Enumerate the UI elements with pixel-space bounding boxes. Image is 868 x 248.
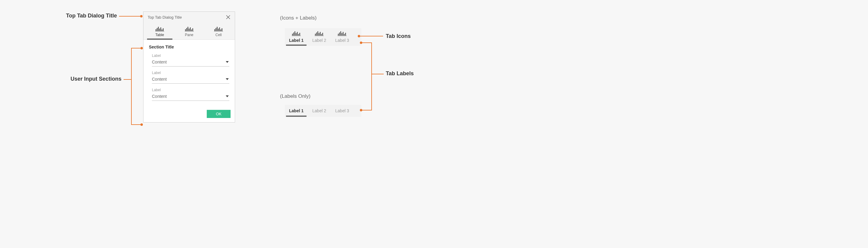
svg-rect-50: [341, 33, 342, 36]
demo-tabs-labels-only: Label 1 Label 2 Label 3: [285, 105, 361, 117]
field-row: Label Content: [152, 88, 229, 101]
svg-rect-28: [220, 30, 221, 31]
svg-rect-25: [217, 27, 218, 31]
svg-rect-37: [299, 33, 300, 36]
svg-rect-52: [344, 34, 345, 36]
svg-rect-26: [218, 29, 219, 31]
svg-rect-7: [156, 29, 156, 31]
demo-tab-label: Label 1: [289, 38, 304, 43]
svg-rect-42: [318, 33, 319, 36]
dropdown-input[interactable]: Content: [152, 59, 229, 67]
demo-tab-label: Label 1: [289, 108, 304, 113]
field-value: Content: [152, 77, 167, 81]
chevron-down-icon: [226, 96, 229, 97]
svg-rect-21: [192, 28, 193, 31]
bars-icon: [176, 26, 203, 32]
chevron-down-icon: [226, 78, 229, 80]
svg-rect-32: [293, 33, 294, 36]
dialog-tabs: Table Pane: [144, 23, 235, 40]
demo-tab-label: Label 3: [335, 108, 349, 113]
svg-rect-49: [340, 31, 341, 36]
svg-point-1: [140, 15, 143, 17]
svg-rect-43: [320, 32, 321, 36]
svg-rect-15: [185, 29, 186, 31]
svg-rect-12: [161, 30, 162, 31]
field-label: Label: [152, 88, 229, 92]
tab-label: Table: [155, 33, 164, 37]
svg-rect-51: [343, 32, 344, 36]
demo-tab-1[interactable]: Label 1: [285, 28, 308, 46]
svg-rect-45: [322, 33, 323, 36]
tab-label: Pane: [185, 33, 193, 37]
svg-rect-41: [317, 31, 318, 36]
svg-rect-40: [316, 33, 317, 36]
svg-rect-53: [345, 33, 346, 36]
svg-rect-44: [321, 34, 322, 36]
callout-tab-icons: Tab Icons: [386, 33, 411, 39]
callout-dialog-title: Top Tab Dialog Title: [0, 13, 117, 19]
svg-rect-18: [189, 29, 190, 31]
demo-tab-label: Label 2: [312, 38, 326, 43]
field-value: Content: [152, 94, 167, 99]
bars-icon: [147, 26, 173, 32]
svg-rect-17: [187, 27, 188, 31]
tab-pane[interactable]: Pane: [175, 24, 204, 39]
svg-rect-36: [298, 34, 299, 36]
svg-rect-39: [315, 34, 316, 36]
dialog-footer: OK: [144, 107, 235, 122]
svg-rect-19: [190, 27, 191, 31]
bars-icon: [312, 31, 327, 36]
svg-rect-29: [221, 28, 222, 31]
demo-tab-1[interactable]: Label 1: [285, 105, 308, 117]
callout-user-input-sections: User Input Sections: [0, 76, 121, 82]
demo-tab-3[interactable]: Label 3: [331, 28, 353, 46]
svg-rect-23: [214, 29, 215, 31]
chevron-down-icon: [226, 61, 229, 63]
svg-rect-47: [338, 34, 339, 36]
dropdown-input[interactable]: Content: [152, 75, 229, 84]
bars-icon: [205, 26, 232, 32]
svg-rect-8: [157, 28, 158, 31]
field-label: Label: [152, 71, 229, 75]
svg-rect-27: [219, 27, 220, 31]
dialog-header: Top Tab Dialog Title: [144, 12, 235, 23]
demo-header-labels-only: (Labels Only): [280, 93, 310, 99]
svg-rect-9: [158, 27, 159, 31]
dropdown-input[interactable]: Content: [152, 93, 229, 101]
dialog-section: Section Title Label Content Label Conten…: [144, 40, 235, 107]
demo-tab-3[interactable]: Label 3: [331, 105, 353, 117]
svg-rect-20: [191, 30, 192, 31]
tab-cell[interactable]: Cell: [204, 24, 233, 39]
top-tab-dialog: Top Tab Dialog Title Table: [143, 11, 235, 122]
svg-rect-48: [339, 33, 340, 36]
field-value: Content: [152, 60, 167, 64]
demo-tabs-icons-labels: Label 1 Label 2 Label 3: [285, 28, 361, 46]
field-row: Label Content: [152, 54, 229, 67]
ok-button[interactable]: OK: [207, 110, 230, 118]
section-title: Section Title: [149, 44, 229, 49]
svg-rect-33: [294, 31, 296, 36]
svg-rect-35: [297, 32, 298, 36]
svg-rect-13: [163, 28, 164, 31]
svg-rect-31: [292, 34, 293, 36]
bars-icon: [335, 31, 349, 36]
callout-tab-labels: Tab Labels: [386, 70, 414, 77]
dialog-title-text: Top Tab Dialog Title: [148, 15, 182, 20]
demo-tab-label: Label 2: [312, 108, 326, 113]
demo-tab-2[interactable]: Label 2: [308, 105, 331, 117]
field-row: Label Content: [152, 71, 229, 84]
svg-rect-11: [160, 27, 161, 31]
bars-icon: [289, 31, 304, 36]
demo-tab-label: Label 3: [335, 38, 349, 43]
close-icon[interactable]: [226, 15, 230, 20]
svg-point-4: [141, 123, 143, 126]
svg-rect-10: [159, 29, 160, 31]
svg-point-3: [141, 47, 143, 49]
svg-rect-24: [216, 28, 216, 31]
field-label: Label: [152, 54, 229, 58]
tab-label: Cell: [216, 33, 222, 37]
svg-rect-34: [296, 33, 297, 36]
tab-table[interactable]: Table: [145, 24, 174, 39]
demo-header-icons-labels: (Icons + Labels): [280, 15, 316, 21]
demo-tab-2[interactable]: Label 2: [308, 28, 331, 46]
